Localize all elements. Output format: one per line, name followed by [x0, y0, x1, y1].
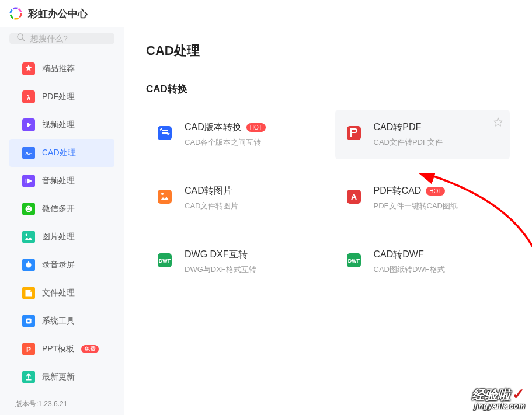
nav-label: 文件处理	[42, 288, 75, 298]
nav-label: 系统工具	[42, 316, 75, 326]
nav-icon	[22, 203, 35, 215]
nav-icon	[22, 315, 35, 327]
sidebar-item-6[interactable]: 图片处理	[9, 223, 114, 251]
app-title: 彩虹办公中心	[28, 7, 88, 20]
logo-icon	[9, 7, 22, 20]
nav-icon: λ	[22, 90, 35, 103]
svg-text:A⌐: A⌐	[25, 151, 32, 156]
tool-title: CAD版本转换	[185, 121, 242, 134]
svg-point-1	[9, 7, 22, 20]
nav-icon: P	[22, 343, 35, 355]
nav-icon	[22, 62, 35, 75]
tool-grid: CAD版本转换 HOT CAD各个版本之间互转 CAD转PDF CAD文件转PD…	[146, 110, 510, 287]
tool-icon	[154, 123, 175, 144]
tool-desc: CAD文件转PDF文件	[374, 137, 443, 148]
sidebar-item-10[interactable]: P PPT模板 免费	[9, 335, 114, 363]
tool-title: CAD转PDF	[374, 121, 422, 134]
tool-text: CAD转DWF CAD图纸转DWF格式	[374, 249, 445, 275]
page-title: CAD处理	[146, 42, 510, 69]
nav-icon	[22, 175, 35, 187]
svg-text:DWF: DWF	[347, 258, 360, 264]
tool-title: PDF转CAD	[374, 185, 422, 197]
sidebar-item-11[interactable]: 最新更新	[9, 363, 114, 391]
sidebar-item-1[interactable]: λ PDF处理	[9, 83, 114, 111]
app-header: 彩虹办公中心	[0, 0, 532, 27]
nav-label: PDF处理	[42, 92, 75, 102]
svg-point-23	[161, 193, 164, 195]
nav-icon	[22, 371, 35, 383]
tool-text: DWG DXF互转 DWG与DXF格式互转	[185, 249, 256, 275]
nav-icon	[22, 259, 35, 271]
svg-point-13	[29, 207, 30, 208]
svg-marker-9	[27, 122, 31, 127]
nav-label: 精品推荐	[42, 64, 75, 74]
sidebar-item-7[interactable]: 录音录屏	[9, 251, 114, 279]
nav-label: 音频处理	[42, 176, 75, 186]
tool-card-1[interactable]: CAD转PDF CAD文件转PDF文件	[335, 110, 510, 159]
nav-label: PPT模板	[42, 344, 74, 354]
check-icon: ✓	[512, 386, 525, 402]
svg-rect-16	[28, 261, 29, 264]
svg-rect-22	[158, 190, 172, 204]
sidebar-item-9[interactable]: 系统工具	[9, 307, 114, 335]
sidebar-item-4[interactable]: 音频处理	[9, 167, 114, 195]
watermark-url: jingyanla.com	[474, 402, 525, 410]
nav-label: 图片处理	[42, 232, 75, 242]
nav-label: 视频处理	[42, 120, 75, 130]
tool-text: CAD转PDF CAD文件转PDF文件	[374, 121, 443, 148]
svg-point-4	[9, 7, 22, 20]
tool-card-0[interactable]: CAD版本转换 HOT CAD各个版本之间互转	[146, 110, 321, 159]
badge-hot: HOT	[426, 187, 445, 196]
search-input[interactable]	[30, 34, 133, 43]
svg-text:DWF: DWF	[159, 258, 171, 264]
tool-card-5[interactable]: DWF CAD转DWF CAD图纸转DWF格式	[335, 237, 510, 287]
svg-point-14	[26, 234, 28, 236]
section-title: CAD转换	[146, 82, 510, 96]
svg-text:P: P	[26, 346, 31, 354]
tool-desc: CAD图纸转DWF格式	[374, 264, 445, 275]
nav-icon	[22, 231, 35, 243]
badge-free: 免费	[81, 345, 99, 353]
sidebar-item-5[interactable]: 微信多开	[9, 195, 114, 223]
tool-card-3[interactable]: A PDF转CAD HOT PDF文件一键转CAD图纸	[335, 173, 510, 223]
tool-card-4[interactable]: DWF DWG DXF互转 DWG与DXF格式互转	[146, 237, 321, 287]
nav-list: 精品推荐 λ PDF处理 视频处理 A⌐ CAD处理 音频处理 微信多开	[9, 55, 114, 391]
tool-icon	[343, 123, 364, 144]
tool-text: CAD转图片 CAD文件转图片	[185, 185, 238, 211]
tool-title: DWG DXF互转	[185, 249, 248, 261]
tool-desc: DWG与DXF格式互转	[185, 264, 256, 275]
nav-label: CAD处理	[42, 148, 76, 158]
tool-desc: CAD文件转图片	[185, 201, 238, 211]
badge-hot: HOT	[246, 123, 266, 132]
tool-text: CAD版本转换 HOT CAD各个版本之间互转	[185, 121, 266, 148]
svg-point-12	[27, 207, 28, 208]
tool-title: CAD转图片	[185, 185, 232, 197]
svg-text:λ: λ	[27, 94, 30, 101]
search-box[interactable]	[9, 33, 114, 44]
svg-point-2	[9, 7, 22, 20]
nav-label: 微信多开	[42, 204, 75, 214]
watermark-text: 经验啦	[472, 388, 510, 402]
version-label: 版本号:1.23.6.21	[9, 391, 114, 415]
svg-point-6	[18, 34, 23, 39]
tool-icon: A	[343, 186, 364, 207]
tool-icon: DWF	[154, 250, 175, 271]
sidebar-item-0[interactable]: 精品推荐	[9, 55, 114, 83]
sidebar-item-2[interactable]: 视频处理	[9, 111, 114, 139]
star-icon[interactable]	[492, 117, 504, 131]
tool-desc: PDF文件一键转CAD图纸	[374, 201, 458, 211]
content-area: CAD处理 CAD转换 CAD版本转换 HOT CAD各个版本之间互转 CAD转…	[124, 27, 532, 415]
sidebar-item-8[interactable]: 文件处理	[9, 279, 114, 307]
tool-icon: DWF	[343, 250, 364, 271]
sidebar-item-3[interactable]: A⌐ CAD处理	[9, 139, 114, 167]
svg-line-7	[22, 39, 25, 41]
tool-text: PDF转CAD HOT PDF文件一键转CAD图纸	[374, 185, 458, 211]
nav-label: 最新更新	[42, 372, 75, 382]
svg-text:A: A	[350, 192, 356, 201]
search-icon	[16, 33, 26, 44]
svg-point-11	[26, 206, 32, 212]
tool-title: CAD转DWF	[374, 249, 424, 261]
nav-icon: A⌐	[22, 147, 35, 159]
tool-card-2[interactable]: CAD转图片 CAD文件转图片	[146, 173, 321, 223]
svg-point-5	[9, 7, 22, 20]
